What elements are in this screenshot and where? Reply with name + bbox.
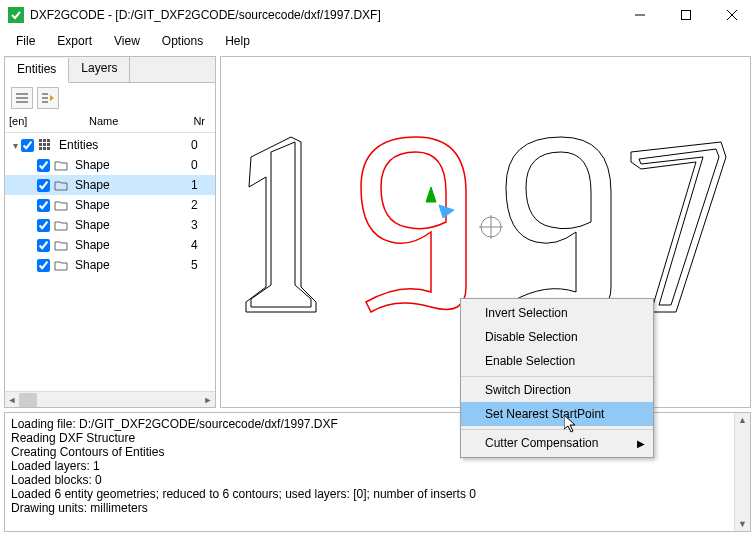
shape-5-label: Shape [73, 258, 185, 272]
svg-rect-12 [43, 139, 46, 142]
menu-view[interactable]: View [104, 32, 150, 50]
menu-options[interactable]: Options [152, 32, 213, 50]
tree-shape-0[interactable]: Shape 0 [5, 155, 215, 175]
close-button[interactable] [709, 0, 755, 30]
shape-1-nr: 1 [185, 178, 215, 192]
log-vscrollbar[interactable]: ▲ ▼ [734, 413, 750, 531]
shape-5-checkbox[interactable] [37, 259, 50, 272]
tree-shape-1[interactable]: Shape 1 [5, 175, 215, 195]
col-nr: Nr [185, 113, 215, 132]
shape-2-nr: 2 [185, 198, 215, 212]
col-name: Name [85, 113, 185, 132]
svg-rect-2 [682, 11, 691, 20]
collapse-all-button[interactable] [11, 87, 33, 109]
shape-1-checkbox[interactable] [37, 179, 50, 192]
tree-body: ▾ Entities 0 Shape 0 Shape 1 [5, 133, 215, 391]
tree-shape-3[interactable]: Shape 3 [5, 215, 215, 235]
shape-0-checkbox[interactable] [37, 159, 50, 172]
cm-enable-selection[interactable]: Enable Selection [461, 349, 653, 373]
shape-5-nr: 5 [185, 258, 215, 272]
shape-1-label: Shape [73, 178, 185, 192]
shape-4-checkbox[interactable] [37, 239, 50, 252]
svg-rect-18 [43, 147, 46, 150]
center-marker-icon [479, 215, 503, 239]
cm-switch-direction[interactable]: Switch Direction [461, 376, 653, 402]
menu-file[interactable]: File [6, 32, 45, 50]
shape-3-checkbox[interactable] [37, 219, 50, 232]
app-icon [8, 7, 24, 23]
startpoint-arrow-up-icon [426, 187, 436, 202]
scroll-down-icon[interactable]: ▼ [735, 517, 750, 531]
tree-shape-2[interactable]: Shape 2 [5, 195, 215, 215]
shape-0-nr: 0 [185, 158, 215, 172]
folder-icon [53, 198, 69, 212]
log-line: Loaded 6 entity geometries; reduced to 6… [11, 487, 732, 501]
shape-4-nr: 4 [185, 238, 215, 252]
tree-root-label: Entities [57, 138, 185, 152]
scroll-up-icon[interactable]: ▲ [735, 413, 750, 427]
scroll-thumb[interactable] [19, 393, 37, 407]
expand-all-button[interactable] [37, 87, 59, 109]
shape-2-label: Shape [73, 198, 185, 212]
svg-rect-14 [39, 143, 42, 146]
shape-3-nr: 3 [185, 218, 215, 232]
grid-icon [37, 138, 53, 152]
folder-icon [53, 218, 69, 232]
svg-rect-16 [47, 143, 50, 146]
shape-3-label: Shape [73, 218, 185, 232]
tab-entities[interactable]: Entities [5, 58, 69, 83]
submenu-arrow-icon: ▶ [637, 437, 645, 448]
cm-cutter-compensation[interactable]: Cutter Compensation ▶ [461, 429, 653, 455]
svg-rect-17 [39, 147, 42, 150]
svg-rect-13 [47, 139, 50, 142]
menubar: File Export View Options Help [0, 30, 755, 52]
panel-tabs: Entities Layers [5, 57, 215, 83]
panel-toolbar [5, 83, 215, 113]
root-visible-checkbox[interactable] [21, 139, 34, 152]
folder-icon [53, 178, 69, 192]
context-menu: Invert Selection Disable Selection Enabl… [460, 298, 654, 458]
col-en: [en] [5, 113, 85, 132]
log-line: Drawing units: millimeters [11, 501, 732, 515]
tree-header: [en] Name Nr [5, 113, 215, 133]
tree-root-nr: 0 [185, 138, 215, 152]
shape-2-checkbox[interactable] [37, 199, 50, 212]
titlebar: DXF2GCODE - [D:/GIT_DXF2GCODE/sourcecode… [0, 0, 755, 30]
scroll-right-icon[interactable]: ► [201, 392, 215, 408]
menu-help[interactable]: Help [215, 32, 260, 50]
svg-rect-11 [39, 139, 42, 142]
log-line: Loaded layers: 1 [11, 459, 732, 473]
cm-invert-selection[interactable]: Invert Selection [461, 301, 653, 325]
maximize-button[interactable] [663, 0, 709, 30]
folder-icon [53, 258, 69, 272]
tree-shape-5[interactable]: Shape 5 [5, 255, 215, 275]
tree-hscrollbar[interactable]: ◄ ► [5, 391, 215, 407]
folder-icon [53, 238, 69, 252]
cm-cutter-label: Cutter Compensation [485, 436, 598, 450]
folder-icon [53, 158, 69, 172]
shape-4-label: Shape [73, 238, 185, 252]
log-line: Loaded blocks: 0 [11, 473, 732, 487]
tree-shape-4[interactable]: Shape 4 [5, 235, 215, 255]
twisty-icon[interactable]: ▾ [9, 140, 21, 151]
tab-layers[interactable]: Layers [69, 57, 130, 82]
cm-set-nearest-startpoint[interactable]: Set Nearest StartPoint [461, 402, 653, 426]
entities-panel: Entities Layers [en] Name Nr ▾ Entities … [4, 56, 216, 408]
svg-rect-19 [47, 147, 50, 150]
scroll-left-icon[interactable]: ◄ [5, 392, 19, 408]
svg-rect-0 [10, 9, 22, 21]
window-title: DXF2GCODE - [D:/GIT_DXF2GCODE/sourcecode… [30, 8, 617, 22]
tree-root[interactable]: ▾ Entities 0 [5, 135, 215, 155]
shape-0-label: Shape [73, 158, 185, 172]
menu-export[interactable]: Export [47, 32, 102, 50]
minimize-button[interactable] [617, 0, 663, 30]
cm-disable-selection[interactable]: Disable Selection [461, 325, 653, 349]
svg-rect-15 [43, 143, 46, 146]
